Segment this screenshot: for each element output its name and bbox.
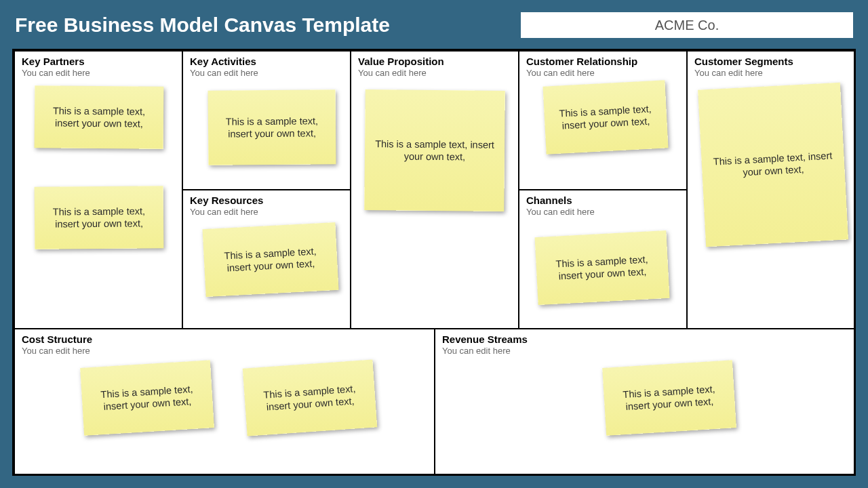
company-name-box[interactable]: ACME Co. <box>521 12 853 38</box>
cell-title: Channels <box>526 195 679 206</box>
cell-subtitle: You can edit here <box>190 68 343 78</box>
sticky-text: This is a sample text, insert your own t… <box>43 104 155 130</box>
sticky-note-cs[interactable]: This is a sample text, insert your own t… <box>698 83 848 247</box>
sticky-text: This is a sample text, insert your own t… <box>90 382 205 413</box>
cell-title: Customer Segments <box>694 56 847 67</box>
cell-title: Key Resources <box>190 195 343 206</box>
cell-title: Key Partners <box>22 56 175 67</box>
cell-subtitle: You can edit here <box>22 68 175 78</box>
header: Free Business Model Canvas Template ACME… <box>0 0 868 47</box>
sticky-note-kp-2[interactable]: This is a sample text, insert your own t… <box>35 186 164 249</box>
sticky-note-ch[interactable]: This is a sample text, insert your own t… <box>535 230 670 305</box>
cell-subtitle: You can edit here <box>358 68 511 78</box>
sticky-note-cost-2[interactable]: This is a sample text, insert your own t… <box>243 359 378 436</box>
sticky-text: This is a sample text, insert your own t… <box>612 382 727 413</box>
sticky-text: This is a sample text, insert your own t… <box>709 149 837 180</box>
page-title: Free Business Model Canvas Template <box>15 14 390 37</box>
sticky-text: This is a sample text, insert your own t… <box>252 382 368 414</box>
sticky-note-rev[interactable]: This is a sample text, insert your own t… <box>602 360 736 436</box>
cell-subtitle: You can edit here <box>694 68 847 78</box>
sticky-note-cost-1[interactable]: This is a sample text, insert your own t… <box>80 360 214 436</box>
sticky-text: This is a sample text, insert your own t… <box>544 252 660 283</box>
cell-title: Value Proposition <box>358 56 511 67</box>
cell-subtitle: You can edit here <box>526 68 679 78</box>
cell-subtitle: You can edit here <box>442 346 847 356</box>
cell-title: Revenue Streams <box>442 333 847 345</box>
sticky-text: This is a sample text, insert your own t… <box>216 115 328 140</box>
sticky-note-kr[interactable]: This is a sample text, insert your own t… <box>203 222 339 297</box>
sticky-text: This is a sample text, insert your own t… <box>43 205 155 230</box>
sticky-text: This is a sample text, insert your own t… <box>212 244 330 274</box>
cell-title: Key Activities <box>190 56 343 67</box>
sticky-text: This is a sample text, insert your own t… <box>373 138 496 163</box>
sticky-note-kp-1[interactable]: This is a sample text, insert your own t… <box>35 85 164 149</box>
cell-title: Customer Relationship <box>526 56 679 67</box>
cell-subtitle: You can edit here <box>190 207 343 217</box>
sticky-text: This is a sample text, insert your own t… <box>552 102 659 132</box>
sticky-note-vp[interactable]: This is a sample text, insert your own t… <box>364 89 505 211</box>
cell-subtitle: You can edit here <box>22 346 427 356</box>
company-name-text: ACME Co. <box>655 18 719 33</box>
sticky-note-cr[interactable]: This is a sample text, insert your own t… <box>543 80 669 154</box>
sticky-note-ka[interactable]: This is a sample text, insert your own t… <box>208 89 336 165</box>
cell-title: Cost Structure <box>22 333 427 345</box>
business-model-canvas: Key Partners You can edit here Key Activ… <box>12 49 856 476</box>
cell-subtitle: You can edit here <box>526 207 679 217</box>
